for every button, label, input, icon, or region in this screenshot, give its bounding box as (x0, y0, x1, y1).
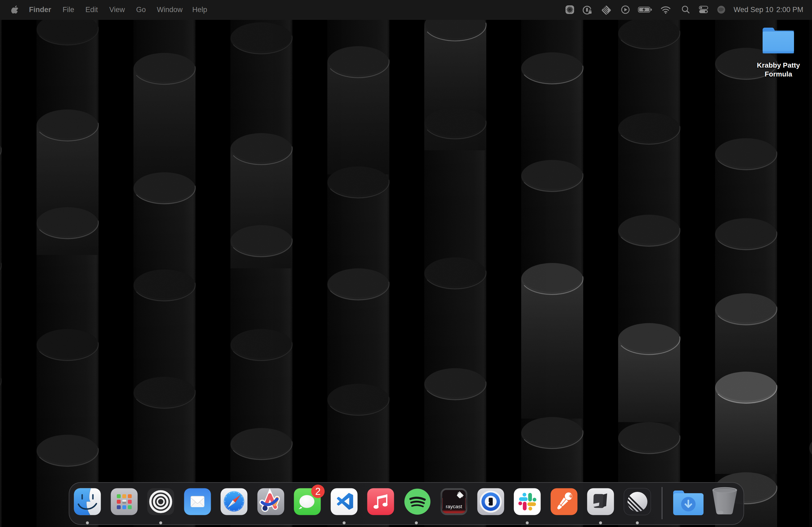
svg-text:2: 2 (315, 486, 321, 497)
svg-text:raycast: raycast (446, 504, 462, 509)
